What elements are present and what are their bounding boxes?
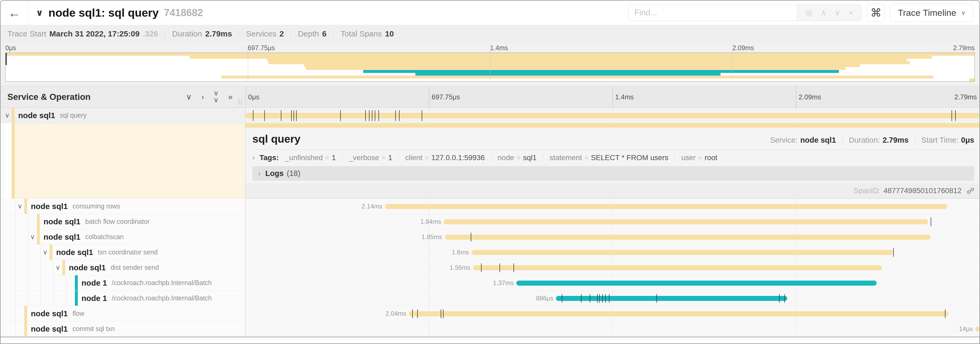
tree-row[interactable]: ∨node sql1sql query bbox=[0, 108, 245, 123]
span-log-tick bbox=[372, 110, 372, 121]
tree-indent-guide bbox=[15, 260, 28, 275]
tag-item: _unfinished=1 bbox=[285, 154, 336, 162]
minimap-left-drag-handle[interactable] bbox=[6, 53, 7, 65]
tag-value: root bbox=[705, 154, 718, 162]
tree-row[interactable]: ∨node sql1consuming rows bbox=[0, 199, 245, 214]
tree-indent-guide bbox=[3, 214, 15, 229]
tree-row[interactable]: node 1/cockroach.roachpb.Internal/Batch bbox=[0, 275, 245, 291]
find-input[interactable] bbox=[628, 5, 797, 21]
span-bar[interactable] bbox=[556, 296, 787, 301]
minimap-span-bar bbox=[304, 64, 860, 67]
span-timeline-cell[interactable]: 14μs bbox=[245, 321, 980, 337]
operation-name: commit sql txn bbox=[73, 325, 115, 333]
back-button[interactable]: ← bbox=[0, 0, 29, 25]
service-name: node sql1 bbox=[18, 111, 55, 120]
tags-accordion[interactable]: › Tags: _unfinished=1_verbose=1client=12… bbox=[252, 154, 974, 162]
ruler-tick-line bbox=[429, 86, 430, 107]
span-timeline-cell[interactable]: 1.56ms bbox=[245, 260, 980, 275]
minimap-canvas[interactable] bbox=[5, 53, 975, 82]
trace-start-fraction: .326 bbox=[143, 29, 158, 38]
tree-chevron-cell[interactable]: ∨ bbox=[15, 199, 24, 214]
span-log-tick bbox=[599, 294, 600, 303]
tag-equals: = bbox=[698, 154, 702, 162]
tree-indent-guide bbox=[15, 229, 28, 245]
span-timeline-cell[interactable]: 1.6ms bbox=[245, 245, 980, 260]
operation-name: txn coordinator send bbox=[98, 248, 158, 256]
span-timeline-cell[interactable]: 1.37ms bbox=[245, 275, 980, 291]
deep-link-icon[interactable] bbox=[966, 187, 975, 195]
span-log-tick bbox=[500, 263, 500, 272]
collapse-all-icon[interactable]: ∨∨ bbox=[214, 90, 219, 103]
span-bar[interactable] bbox=[445, 235, 931, 240]
span-bar[interactable] bbox=[975, 326, 980, 331]
span-timeline-cell[interactable]: 2.14ms bbox=[245, 199, 980, 214]
tree-chevron-cell[interactable]: ∨ bbox=[28, 229, 37, 245]
collapse-one-icon[interactable]: ∨ bbox=[186, 93, 192, 101]
tree-chevron-cell[interactable]: ∨ bbox=[41, 245, 49, 260]
span-timeline-cell[interactable]: 2.04ms bbox=[245, 306, 980, 321]
span-log-tick bbox=[422, 110, 422, 121]
tree-indent-guide bbox=[15, 275, 28, 290]
expand-one-icon[interactable]: › bbox=[201, 93, 204, 101]
tree-indent-guide bbox=[28, 245, 41, 260]
tag-key: user bbox=[681, 154, 695, 162]
trace-title-area[interactable]: ∨ node sql1: sql query 7418682 bbox=[36, 6, 628, 19]
collapse-trace-chevron-icon[interactable]: ∨ bbox=[36, 7, 43, 18]
expand-all-icon[interactable]: » bbox=[228, 93, 232, 101]
column-resizer-grip[interactable]: || bbox=[238, 97, 243, 106]
span-log-tick bbox=[441, 309, 441, 318]
chevron-down-icon[interactable]: ∨ bbox=[56, 264, 60, 271]
operation-name: consuming rows bbox=[73, 202, 120, 210]
clear-search-icon[interactable]: × bbox=[849, 9, 853, 17]
chevron-down-icon[interactable]: ∨ bbox=[18, 202, 22, 210]
timeline-minimap-section: 0μs697.75μs1.4ms2.09ms2.79ms bbox=[0, 43, 980, 86]
tree-row[interactable]: ∨node sql1dist sender send bbox=[0, 260, 245, 275]
tree-row[interactable]: node sql1commit sql txn bbox=[0, 321, 245, 337]
start-time-label: Start Time: bbox=[921, 136, 958, 144]
span-bar[interactable] bbox=[516, 281, 877, 286]
service-label: Service: bbox=[770, 136, 798, 144]
span-bar[interactable] bbox=[471, 250, 893, 255]
divider bbox=[543, 154, 543, 162]
span-timeline-cell[interactable]: 886μs bbox=[245, 291, 980, 306]
next-result-icon[interactable]: ∨ bbox=[835, 9, 840, 17]
keyboard-shortcuts-button[interactable]: ⌘ bbox=[867, 4, 885, 22]
span-bar[interactable] bbox=[409, 311, 948, 316]
logs-accordion[interactable]: › Logs (18) bbox=[252, 166, 974, 181]
span-id-value: 4877749850101760812 bbox=[883, 187, 961, 195]
span-bar-strip bbox=[245, 123, 980, 128]
locate-icon[interactable]: ◎ bbox=[806, 9, 813, 17]
tree-chevron-cell[interactable]: ∨ bbox=[3, 108, 12, 123]
span-timeline-cell[interactable] bbox=[245, 108, 980, 123]
span-detail-tree-cell[interactable] bbox=[0, 123, 245, 199]
tree-row[interactable]: node sql1batch flow coordinator bbox=[0, 214, 245, 229]
tree-row[interactable]: node sql1flow bbox=[0, 306, 245, 321]
tree-row[interactable]: ∨node sql1txn coordinator send bbox=[0, 245, 245, 260]
span-bar[interactable] bbox=[385, 204, 947, 209]
minimap-span-bar bbox=[415, 73, 721, 76]
trace-start-label: Trace Start bbox=[7, 29, 46, 38]
span-bar[interactable] bbox=[473, 265, 882, 270]
chevron-down-icon[interactable]: ∨ bbox=[43, 248, 48, 256]
prev-result-icon[interactable]: ∧ bbox=[821, 9, 827, 17]
span-bar[interactable] bbox=[444, 219, 928, 224]
minimap-span-bar bbox=[189, 56, 932, 59]
span-row: node 1/cockroach.roachpb.Internal/Batch1… bbox=[0, 275, 980, 291]
service-name: node sql1 bbox=[43, 217, 80, 226]
span-duration-label: 1.6ms bbox=[452, 249, 471, 256]
chevron-down-icon[interactable]: ∨ bbox=[30, 233, 35, 241]
tree-controls: ∨ › ∨∨ » bbox=[186, 90, 232, 104]
span-bar[interactable] bbox=[245, 113, 980, 118]
trace-view-selector-button[interactable]: Trace Timeline ∨ bbox=[890, 4, 973, 22]
span-timeline-cell[interactable]: 1.85ms bbox=[245, 229, 980, 245]
tree-row[interactable]: node 1/cockroach.roachpb.Internal/Batch bbox=[0, 291, 245, 306]
span-duration-label: 1.37ms bbox=[493, 279, 516, 286]
trace-start-value: March 31 2022, 17:25:09 bbox=[49, 29, 140, 38]
span-duration-label: 1.85ms bbox=[422, 233, 445, 241]
timeline-grid-line bbox=[429, 245, 430, 260]
chevron-down-icon[interactable]: ∨ bbox=[5, 112, 10, 119]
minimap-grid-line bbox=[490, 53, 490, 82]
tree-row[interactable]: ∨node sql1colbatchscan bbox=[0, 229, 245, 245]
span-timeline-cell[interactable]: 1.84ms bbox=[245, 214, 980, 229]
tree-chevron-cell[interactable]: ∨ bbox=[53, 260, 62, 275]
